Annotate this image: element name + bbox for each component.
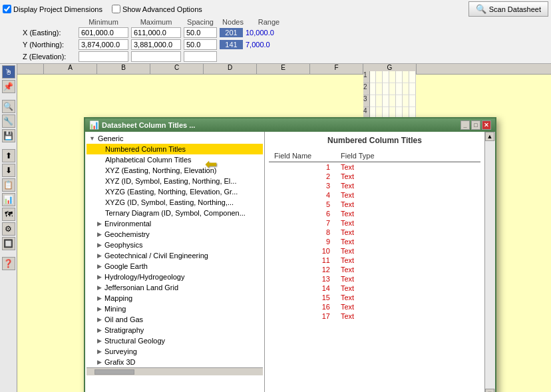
tree-expand-icon: ▶	[97, 242, 102, 248]
sidebar-icon-grid[interactable]: 🔲	[2, 237, 15, 250]
z-max-input[interactable]	[131, 51, 181, 62]
tree-item-label: Google Earth	[104, 262, 148, 270]
tree-item-3[interactable]: XYZ (ID, Symbol, Easting, Northing, El..…	[87, 176, 263, 186]
tree-item-11[interactable]: ▶Google Earth	[87, 261, 263, 272]
x-min-input[interactable]	[79, 27, 128, 38]
y-label: Y (Northing):	[23, 41, 76, 49]
table-row: 6Text	[269, 209, 480, 218]
table-row: 9Text	[269, 237, 480, 246]
tree-item-0[interactable]: Numbered Column Titles	[87, 144, 263, 154]
sidebar-icon-save[interactable]: 💾	[2, 129, 15, 142]
table-row: 12Text	[269, 265, 480, 274]
maximize-button[interactable]: □	[471, 120, 480, 130]
tree-item-label: Stratigraphy	[104, 326, 144, 334]
tree-item-19[interactable]: ▶Surveying	[87, 346, 263, 357]
sidebar-icon-map[interactable]: 🗺	[2, 208, 15, 221]
x-range-val: 10,000.0	[246, 29, 285, 37]
tree-item-label: Oil and Gas	[104, 315, 143, 323]
table-row: 1Text	[269, 162, 480, 172]
x-spacing-input[interactable]	[184, 27, 217, 38]
advanced-options-checkbox[interactable]: Show Advanced Options	[112, 5, 202, 13]
table-row: 16Text	[269, 302, 480, 311]
tree-item-9[interactable]: ▶Geophysics	[87, 240, 263, 250]
table-row: 17Text	[269, 311, 480, 321]
dialog-icon: 📊	[89, 120, 99, 130]
close-button[interactable]: ✕	[482, 120, 491, 130]
sidebar-icon-chart[interactable]: 📊	[2, 193, 15, 206]
y-max-input[interactable]	[131, 39, 181, 50]
tree-expand-icon: ▶	[97, 252, 102, 259]
sidebar-icon-tools[interactable]: 🔧	[2, 114, 15, 128]
scroll-up-btn[interactable]: ▲	[485, 132, 494, 141]
right-scrollbar[interactable]: ▲ ▼	[484, 132, 495, 392]
field-name-header: Field Name	[269, 150, 335, 162]
col-minimum: Minimum	[79, 18, 128, 26]
sidebar-icon-settings[interactable]: ⚙	[2, 222, 15, 236]
dialog-column-titles: 📊 Datasheet Column Titles ... _ □ ✕ ▼ Ge…	[84, 117, 496, 392]
x-nodes-badge: 201	[220, 28, 243, 37]
sidebar-icon-down[interactable]: ⬇	[2, 164, 15, 177]
tree-item-label: XYZ (Easting, Northing, Elevation)	[105, 166, 217, 174]
tree-expand-icon: ▶	[97, 305, 102, 312]
tree-item-8[interactable]: ▶Geochemistry	[87, 229, 263, 240]
sidebar-icon-search[interactable]: 🔍	[2, 100, 15, 113]
tree-scrollbar-h[interactable]	[87, 367, 263, 375]
tree-expand-icon: ▶	[97, 295, 102, 301]
spreadsheet-area: A B C D E F G123456789101112131415161718…	[17, 64, 551, 392]
tree-item-1[interactable]: Alphabetical Column Titles	[87, 154, 263, 165]
tree-item-13[interactable]: ▶Jeffersonian Land Grid	[87, 282, 263, 293]
tree-item-label: Mapping	[104, 294, 132, 302]
y-min-input[interactable]	[79, 39, 128, 50]
y-range-val: 7,000.0	[246, 41, 285, 49]
col-range: Range	[249, 18, 289, 26]
tree-item-16[interactable]: ▶Oil and Gas	[87, 314, 263, 325]
right-panel: Numbered Column Titles Field Name Field …	[265, 132, 484, 392]
sidebar-icon-help[interactable]: ❓	[2, 257, 15, 270]
tree-item-label: Hydrology/Hydrogeology	[104, 273, 184, 281]
tree-item-12[interactable]: ▶Hydrology/Hydrogeology	[87, 272, 263, 282]
tree-item-6[interactable]: Ternary Diagram (ID, Symbol, Componen...	[87, 208, 263, 218]
tree-item-20[interactable]: ▶Grafix 3D	[87, 357, 263, 367]
z-min-input[interactable]	[79, 51, 128, 62]
x-label: X (Easting):	[23, 29, 76, 37]
tree-item-2[interactable]: XYZ (Easting, Northing, Elevation)	[87, 165, 263, 176]
tree-item-17[interactable]: ▶Stratigraphy	[87, 325, 263, 335]
sidebar-icon-pointer[interactable]: 🖱	[2, 65, 15, 79]
dialog-body: ▼ Generic Numbered Column TitlesAlphabet…	[85, 132, 495, 392]
sidebar-icon-table[interactable]: 📋	[2, 178, 15, 192]
minimize-button[interactable]: _	[460, 120, 470, 130]
tree-item-15[interactable]: ▶Mining	[87, 303, 263, 314]
tree-item-10[interactable]: ▶Geotechnical / Civil Engineering	[87, 250, 263, 261]
tree-expand-icon: ▶	[97, 316, 102, 323]
sidebar-icon-up[interactable]: ⬆	[2, 149, 15, 162]
x-max-input[interactable]	[131, 27, 181, 38]
tree-expand-icon: ▶	[97, 263, 102, 270]
scan-datasheet-button[interactable]: 🔍 Scan Datasheet	[468, 1, 548, 17]
scrollbar-thumb[interactable]	[94, 369, 134, 375]
tree-root-generic[interactable]: ▼ Generic	[87, 133, 263, 144]
z-spacing-input[interactable]	[184, 51, 217, 62]
tree-item-label: Geochemistry	[104, 230, 150, 238]
tree-item-label: Grafix 3D	[104, 358, 135, 366]
tree-expand-icon: ▶	[97, 274, 102, 280]
tree-item-5[interactable]: XYZG (ID, Symbol, Easting, Northing,...	[87, 197, 263, 208]
tree-item-label: Geotechnical / Civil Engineering	[104, 252, 208, 260]
col-maximum: Maximum	[131, 18, 181, 26]
tree-expand-icon: ▶	[97, 348, 102, 355]
y-spacing-input[interactable]	[184, 39, 217, 50]
tree-item-14[interactable]: ▶Mapping	[87, 293, 263, 303]
sidebar-icon-pin[interactable]: 📌	[2, 80, 15, 93]
tree-panel[interactable]: ▼ Generic Numbered Column TitlesAlphabet…	[85, 132, 265, 392]
tree-item-4[interactable]: XYZG (Easting, Northing, Elevation, Gr..…	[87, 186, 263, 197]
tree-item-label: Geophysics	[104, 241, 142, 249]
table-row: 15Text	[269, 293, 480, 302]
tree-expand-icon: ▶	[97, 359, 102, 365]
tree-item-label: Structural Geology	[104, 337, 165, 345]
scroll-down-btn[interactable]: ▼	[485, 389, 494, 392]
tree-item-7[interactable]: ▶Environmental	[87, 218, 263, 229]
tree-item-label: Ternary Diagram (ID, Symbol, Componen...	[105, 209, 246, 217]
tree-item-18[interactable]: ▶Structural Geology	[87, 335, 263, 346]
display-dimensions-checkbox[interactable]: Display Project Dimensions	[3, 5, 102, 13]
table-row: 14Text	[269, 284, 480, 293]
table-row: 7Text	[269, 218, 480, 228]
